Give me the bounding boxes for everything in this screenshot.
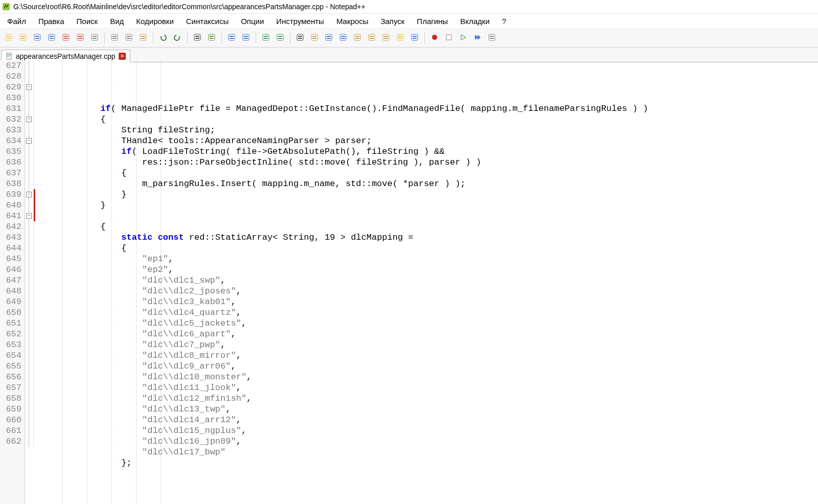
toolbar-close[interactable] [59,31,73,44]
menu-item-11[interactable]: Вкладки [454,15,496,27]
indent-guide-icon [325,34,332,42]
toolbar-separator [104,32,105,43]
toolbar-func-list[interactable] [379,31,393,44]
find-icon [194,34,201,42]
window-title: G:\Source\root\R6.Root\Mainline\dev\src\… [13,3,366,11]
svg-rect-72 [398,38,402,39]
svg-rect-22 [111,34,118,40]
save-icon [34,34,41,42]
func-list-icon [382,34,390,42]
toolbar-save-macro[interactable] [485,31,498,44]
save-macro-icon [488,34,495,42]
toolbar-save[interactable] [31,31,44,44]
svg-rect-12 [50,38,54,39]
editor[interactable]: 6276286296306316326336346356366376386396… [0,60,818,62]
menu-item-10[interactable]: Плагины [411,15,454,27]
menu-item-2[interactable]: Поиск [71,15,104,27]
toolbar-print[interactable] [88,31,101,44]
svg-rect-28 [140,34,146,40]
toolbar-find[interactable] [191,31,204,44]
toolbar-word-wrap[interactable] [293,31,307,44]
svg-rect-34 [209,34,215,40]
toolbar-zoom-in[interactable] [225,31,238,44]
svg-rect-56 [327,36,331,37]
toolbar-record[interactable] [428,31,441,44]
replace-icon [208,34,215,42]
toolbar-monitor[interactable] [408,31,421,44]
tab-close-button[interactable]: ✕ [119,53,126,60]
toolbar-sync-v[interactable] [259,31,272,44]
menu-item-4[interactable]: Кодировки [130,15,179,27]
toolbar-separator [221,32,222,43]
svg-rect-40 [243,34,249,40]
svg-rect-2 [7,36,11,37]
toolbar-open-file[interactable] [16,31,30,44]
toolbar [0,29,818,48]
toolbar-zoom-out[interactable] [239,31,253,44]
menu-item-8[interactable]: Макросы [330,15,375,27]
toolbar-close-all[interactable] [74,31,87,44]
toolbar-cut[interactable] [108,31,121,44]
menu-item-9[interactable]: Запуск [374,15,411,27]
svg-rect-26 [127,36,131,37]
svg-rect-30 [141,38,145,39]
toolbar-save-all[interactable] [45,31,58,44]
toolbar-replace[interactable] [205,31,218,44]
svg-rect-69 [384,38,388,39]
svg-rect-70 [397,34,403,40]
menu-item-6[interactable]: Опции [235,15,270,27]
toolbar-new-file[interactable] [2,31,15,44]
svg-rect-74 [413,36,417,37]
monitor-icon [411,34,418,42]
svg-rect-4 [20,34,26,40]
toolbar-indent-guide[interactable] [322,31,335,44]
svg-rect-82 [7,54,11,55]
svg-rect-11 [50,36,54,37]
toolbar-play-multi[interactable] [471,31,484,44]
toolbar-user-lang[interactable] [351,31,364,44]
svg-rect-24 [112,38,117,39]
svg-rect-38 [230,36,234,37]
toolbar-fold[interactable] [336,31,350,44]
svg-rect-73 [412,34,418,40]
tab-label: appearancesPartsManager.cpp [16,52,116,60]
svg-rect-8 [35,36,39,37]
line-number: 627 [2,60,21,62]
toolbar-show-all[interactable] [308,31,321,44]
show-all-icon [311,34,318,42]
toolbar-sync-h[interactable] [274,31,287,44]
toolbar-folder[interactable] [394,31,407,44]
doc-map-icon [368,34,375,42]
svg-rect-7 [34,34,40,40]
toolbar-copy[interactable] [122,31,135,44]
menu-item-3[interactable]: Вид [104,15,130,27]
svg-rect-75 [413,38,417,39]
svg-rect-31 [194,34,200,40]
svg-rect-23 [112,36,117,37]
play-multi-icon [474,34,481,42]
toolbar-undo[interactable] [156,31,170,44]
svg-rect-79 [490,36,494,37]
menu-item-0[interactable]: Файл [1,15,32,27]
svg-point-76 [432,35,437,40]
svg-rect-68 [384,36,388,37]
toolbar-play[interactable] [457,31,470,44]
toolbar-redo[interactable] [171,31,184,44]
fold-column[interactable]: −−−−− [25,60,34,62]
menu-item-12[interactable]: ? [496,15,512,27]
record-icon [431,34,438,42]
toolbar-stop[interactable] [442,31,456,44]
svg-rect-32 [195,36,199,37]
menu-item-1[interactable]: Правка [32,15,71,27]
sync-v-icon [262,34,269,42]
svg-rect-54 [312,38,316,39]
toolbar-doc-map[interactable] [365,31,378,44]
code-area[interactable]: if( ManagedFilePtr file = ManagedDepot::… [36,60,818,62]
menu-item-5[interactable]: Синтаксисы [180,15,235,27]
svg-rect-1 [6,34,12,40]
user-lang-icon [354,34,361,42]
svg-rect-45 [264,38,268,39]
menu-item-7[interactable]: Инструменты [270,15,330,27]
toolbar-paste[interactable] [137,31,150,44]
save-all-icon [48,34,55,42]
